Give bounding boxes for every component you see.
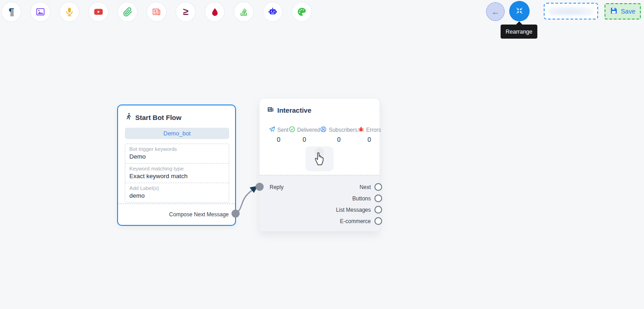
field-value: Exact keyword match <box>129 173 225 179</box>
output-row-ecommerce: E-commerce <box>340 217 379 225</box>
redacted-content <box>548 7 594 15</box>
list-messages-output-connector[interactable] <box>374 206 382 214</box>
toolbar-item-audio[interactable] <box>59 2 79 22</box>
stat-value: 0 <box>368 136 371 143</box>
compress-arrows-icon <box>515 6 524 17</box>
hand-pointer-cursor <box>313 150 326 168</box>
field-value: Demo <box>129 153 225 160</box>
image-icon <box>35 7 45 17</box>
toolbar-item-condition[interactable]: ≥ <box>176 2 196 22</box>
field-add-labels[interactable]: Add Label(s) demo <box>125 183 229 202</box>
walking-person-icon <box>125 113 132 122</box>
reply-label: Reply <box>270 184 284 190</box>
start-node-title: Start Bot Flow <box>135 114 182 121</box>
start-node-footer: Compose Next Message <box>118 204 235 225</box>
toolbar-item-theme[interactable] <box>292 2 312 22</box>
stat-label: Errors <box>366 127 381 133</box>
stat-sent: Sent 0 <box>269 126 289 143</box>
stat-value: 0 <box>303 136 306 143</box>
output-label: Buttons <box>352 195 371 202</box>
toolbar-item-bot[interactable] <box>263 2 283 22</box>
robot-icon <box>268 7 278 17</box>
toolbar-item-file[interactable] <box>118 2 138 22</box>
youtube-icon <box>93 7 103 17</box>
stats-row: Sent 0 Delivered 0 Subscribers 0 Errors … <box>260 126 379 143</box>
output-row-buttons: Buttons <box>352 194 379 202</box>
output-label: List Messages <box>336 207 371 213</box>
field-label: Keyword matching type <box>129 166 225 171</box>
rearrange-tooltip: Rearrange <box>501 25 537 39</box>
pilcrow-icon: ¶ <box>9 7 14 17</box>
reply-input-connector[interactable] <box>256 183 264 191</box>
save-label: Save <box>621 8 635 15</box>
user-circle-icon <box>320 126 327 134</box>
save-button[interactable]: Save <box>605 3 641 20</box>
compose-next-message-label: Compose Next Message <box>169 211 229 218</box>
redacted-field[interactable] <box>544 3 598 20</box>
toolbar-item-sequence[interactable] <box>234 2 254 22</box>
buttons-output-connector[interactable] <box>374 194 382 202</box>
greater-equal-icon: ≥ <box>183 7 188 17</box>
next-output-connector[interactable] <box>374 183 382 191</box>
stat-subscribers: Subscribers 0 <box>320 126 357 143</box>
rearrange-button[interactable] <box>509 1 530 21</box>
back-button[interactable]: ← <box>486 2 505 21</box>
bug-icon <box>358 126 364 134</box>
stat-delivered: Delivered 0 <box>289 126 320 143</box>
output-label: E-commerce <box>340 218 371 224</box>
stat-value: 0 <box>277 136 280 143</box>
check-circle-icon <box>289 126 295 134</box>
start-node-fields: Bot trigger keywords Demo Keyword matchi… <box>125 144 229 203</box>
palette-icon <box>297 7 307 17</box>
stat-label: Delivered <box>297 127 320 133</box>
field-value: demo <box>129 192 225 199</box>
field-label: Add Label(s) <box>129 185 225 191</box>
droplet-icon <box>210 7 220 17</box>
toolbar-item-image[interactable] <box>30 2 50 22</box>
stat-label: Sent <box>277 127 289 133</box>
bot-name-button[interactable]: Demo_bot <box>125 128 229 139</box>
newspaper-icon <box>152 7 162 17</box>
start-node-header: Start Bot Flow <box>118 105 235 122</box>
start-bot-flow-node[interactable]: Start Bot Flow Demo_bot Bot trigger keyw… <box>117 105 236 226</box>
stat-label: Subscribers <box>329 127 357 133</box>
stat-errors: Errors 0 <box>358 126 381 143</box>
stat-value: 0 <box>337 136 341 143</box>
interactive-node-footer: Reply Next Buttons List Messages E-comme… <box>260 175 379 231</box>
output-row-next: Next <box>359 183 379 191</box>
toolbar-item-video[interactable] <box>88 2 108 22</box>
toolbar-item-drip[interactable] <box>205 2 225 22</box>
field-bot-trigger-keywords[interactable]: Bot trigger keywords Demo <box>125 144 229 163</box>
paperclip-icon <box>123 7 133 17</box>
stack-icon <box>239 7 249 17</box>
ecommerce-output-connector[interactable] <box>374 217 382 225</box>
newspaper-icon <box>267 106 274 115</box>
compose-output-connector[interactable] <box>231 209 240 218</box>
toolbar-item-card[interactable] <box>147 2 167 22</box>
interactive-node-header: Interactive <box>260 99 379 115</box>
interactive-node-title: Interactive <box>277 106 311 114</box>
paper-plane-icon <box>269 126 275 134</box>
floppy-disk-icon <box>610 7 618 16</box>
output-label: Next <box>359 184 371 190</box>
back-arrow-icon: ← <box>492 8 500 16</box>
field-label: Bot trigger keywords <box>129 146 225 152</box>
output-row-list-messages: List Messages <box>336 206 379 214</box>
microphone-icon <box>64 7 74 17</box>
tooltip-text: Rearrange <box>506 29 532 35</box>
field-keyword-matching-type[interactable]: Keyword matching type Exact keyword matc… <box>125 163 229 183</box>
toolbar-item-text[interactable]: ¶ <box>1 2 21 22</box>
